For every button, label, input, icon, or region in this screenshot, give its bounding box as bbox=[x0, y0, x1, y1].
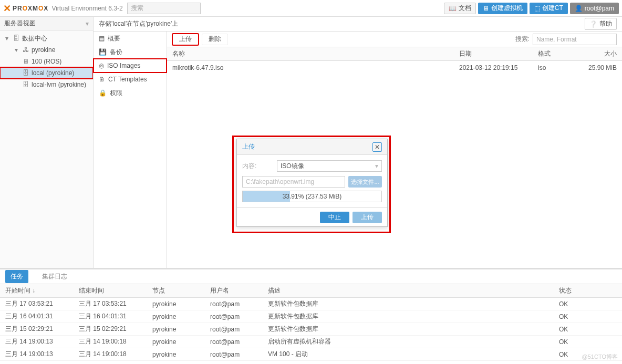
disk-icon: 🗄 bbox=[22, 69, 29, 77]
version-label: Virtual Environment 6.3-2 bbox=[51, 5, 122, 12]
sidebar: 服务器视图 ▾ ▾🗄数据中心 ▾🖧pyrokine 🖥100 (ROS) 🗄lo… bbox=[0, 17, 94, 268]
chevron-down-icon: ▾ bbox=[86, 20, 89, 27]
task-row[interactable]: 三月 15 02:29:21三月 15 02:29:21pyrokineroot… bbox=[0, 323, 622, 336]
dialog-close-button[interactable]: ✕ bbox=[372, 142, 382, 152]
col-size[interactable]: 大小 bbox=[575, 49, 622, 58]
col-start[interactable]: 开始时间 ↓ bbox=[0, 284, 74, 297]
logo-text: PROXMOX bbox=[13, 5, 48, 12]
col-name[interactable]: 名称 bbox=[167, 49, 454, 58]
submenu-permissions[interactable]: 🔒权限 bbox=[94, 86, 167, 100]
upload-confirm-button[interactable]: 上传 bbox=[353, 212, 382, 223]
user-menu-button[interactable]: 👤root@pam bbox=[570, 3, 619, 14]
chevron-down-icon: ▾ bbox=[13, 46, 20, 54]
browse-button[interactable]: 选择文件... bbox=[348, 176, 382, 188]
progress-text: 33.91% (237.53 MiB) bbox=[283, 193, 342, 200]
search-label: 搜索: bbox=[515, 35, 530, 44]
col-end[interactable]: 结束时间 bbox=[74, 284, 147, 297]
tree-vm-100[interactable]: 🖥100 (ROS) bbox=[0, 56, 93, 67]
node-icon: 🖧 bbox=[22, 46, 29, 54]
submenu-ct-templates[interactable]: 🗎CT Templates bbox=[94, 72, 167, 86]
col-desc[interactable]: 描述 bbox=[263, 284, 554, 297]
server-icon: 🗄 bbox=[13, 35, 20, 42]
col-format[interactable]: 格式 bbox=[533, 49, 575, 58]
col-user[interactable]: 用户名 bbox=[205, 284, 263, 297]
sub-menu: ▤概要 💾备份 ◎ISO Images 🗎CT Templates 🔒权限 bbox=[94, 32, 167, 268]
upload-progress: 33.91% (237.53 MiB) bbox=[242, 191, 382, 202]
tree-storage-local[interactable]: 🗄local (pyrokine) bbox=[0, 67, 93, 79]
task-row[interactable]: 三月 16 04:01:31三月 16 04:01:31pyrokineroot… bbox=[0, 310, 622, 323]
tab-cluster-log[interactable]: 集群日志 bbox=[37, 270, 72, 283]
dialog-title: 上传 bbox=[242, 142, 255, 151]
disc-icon: ◎ bbox=[99, 62, 104, 69]
create-ct-button[interactable]: ⬚创建CT bbox=[530, 3, 568, 14]
submenu-backup[interactable]: 💾备份 bbox=[94, 45, 167, 59]
content-toolbar: 上传 删除 搜索: Name, Format bbox=[167, 32, 622, 47]
global-search-input[interactable]: 搜索 bbox=[127, 3, 201, 14]
remove-button[interactable]: 删除 bbox=[202, 34, 228, 45]
table-header: 名称 日期 格式 大小 bbox=[167, 47, 622, 61]
docs-button[interactable]: 📖文档 bbox=[444, 3, 476, 14]
file-icon: 🗎 bbox=[99, 76, 105, 83]
task-row[interactable]: 三月 14 19:00:13三月 14 19:00:18pyrokineroot… bbox=[0, 336, 622, 348]
logo-x-icon: ✕ bbox=[3, 3, 12, 14]
content-select[interactable]: ISO镜像▾ bbox=[277, 160, 382, 172]
cube-icon: ⬚ bbox=[534, 5, 540, 12]
watermark: @51CTO博客 bbox=[582, 353, 618, 361]
tree-node-pyrokine[interactable]: ▾🖧pyrokine bbox=[0, 44, 93, 56]
content-search-input[interactable]: Name, Format bbox=[533, 34, 617, 45]
lock-icon: 🔒 bbox=[99, 89, 107, 97]
content-label: 内容: bbox=[242, 162, 274, 171]
tab-tasks[interactable]: 任务 bbox=[5, 270, 28, 283]
user-icon: 👤 bbox=[575, 5, 583, 12]
tasks-header: 开始时间 ↓ 结束时间 节点 用户名 描述 状态 bbox=[0, 284, 622, 298]
chevron-down-icon: ▾ bbox=[375, 162, 378, 170]
create-vm-button[interactable]: 🖥创建虚拟机 bbox=[478, 3, 527, 14]
help-button[interactable]: ❔帮助 bbox=[585, 18, 617, 30]
breadcrumb: 存储'local'在节点'pyrokine'上 ❔帮助 bbox=[94, 17, 622, 32]
task-row[interactable]: 三月 17 03:53:21三月 17 03:53:21pyrokineroot… bbox=[0, 298, 622, 310]
col-date[interactable]: 日期 bbox=[454, 49, 533, 58]
view-selector[interactable]: 服务器视图 ▾ bbox=[0, 17, 93, 30]
upload-dialog: 上传 ✕ 内容: ISO镜像▾ C:\fakepath\openwrt.img … bbox=[236, 139, 388, 227]
abort-button[interactable]: 中止 bbox=[320, 212, 349, 223]
chevron-down-icon: ▾ bbox=[3, 35, 11, 42]
tasks-panel: 任务 集群日志 开始时间 ↓ 结束时间 节点 用户名 描述 状态 三月 17 0… bbox=[0, 268, 622, 364]
col-node[interactable]: 节点 bbox=[147, 284, 205, 297]
tree-storage-local-lvm[interactable]: 🗄local-lvm (pyrokine) bbox=[0, 79, 93, 90]
notes-icon: ▤ bbox=[99, 35, 105, 42]
col-status[interactable]: 状态 bbox=[554, 284, 622, 297]
table-row[interactable]: mikrotik-6.47.9.iso 2021-03-12 20:19:15 … bbox=[167, 61, 622, 75]
book-icon: 📖 bbox=[449, 5, 457, 12]
top-header: ✕ PROXMOX Virtual Environment 6.3-2 搜索 📖… bbox=[0, 0, 622, 17]
logo: ✕ PROXMOX bbox=[3, 3, 48, 14]
task-row[interactable]: 三月 14 19:00:13三月 14 19:00:18pyrokineroot… bbox=[0, 348, 622, 361]
close-icon: ✕ bbox=[375, 143, 380, 151]
upload-button[interactable]: 上传 bbox=[172, 34, 199, 45]
monitor-icon: 🖥 bbox=[483, 5, 489, 12]
submenu-summary[interactable]: ▤概要 bbox=[94, 32, 167, 45]
monitor-icon: 🖥 bbox=[22, 58, 29, 65]
help-icon: ❔ bbox=[589, 20, 597, 28]
file-path-input[interactable]: C:\fakepath\openwrt.img bbox=[242, 176, 345, 188]
disk-icon: 🗄 bbox=[22, 81, 29, 88]
tree-datacenter[interactable]: ▾🗄数据中心 bbox=[0, 33, 93, 44]
submenu-iso-images[interactable]: ◎ISO Images bbox=[94, 59, 167, 72]
resource-tree: ▾🗄数据中心 ▾🖧pyrokine 🖥100 (ROS) 🗄local (pyr… bbox=[0, 30, 93, 268]
floppy-icon: 💾 bbox=[99, 48, 107, 56]
